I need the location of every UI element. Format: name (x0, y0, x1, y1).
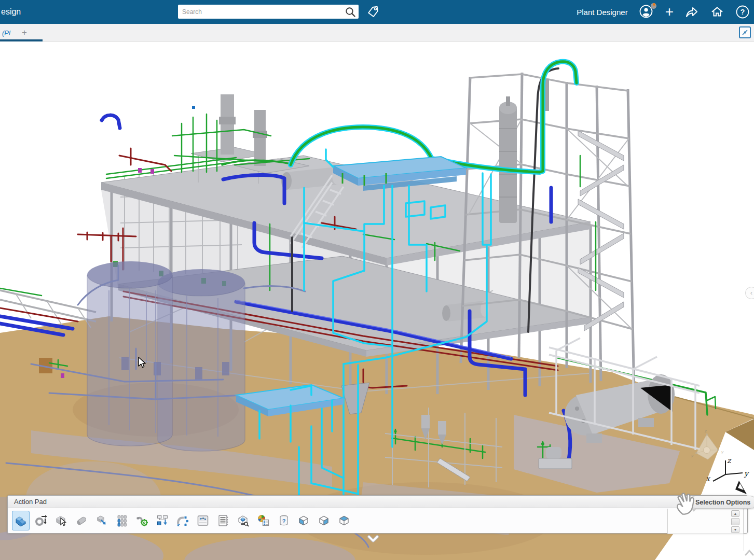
tool-pick-part-icon[interactable] (52, 511, 70, 530)
tool-insert-part-icon[interactable] (93, 511, 111, 530)
gizmo-z-label: z (704, 429, 707, 433)
tag-icon[interactable] (366, 5, 380, 19)
help-icon[interactable]: ? (735, 5, 750, 19)
tool-view-left-face-icon[interactable] (295, 511, 313, 530)
tool-evaluation-report-icon[interactable] (255, 511, 272, 530)
tool-3d-solid-select-icon[interactable] (12, 511, 30, 530)
tool-frame-view-icon[interactable] (194, 511, 212, 530)
product-name-label: Plant Designer (577, 8, 627, 17)
tool-move-rotate-icon[interactable] (32, 511, 50, 530)
svg-text:?: ? (282, 518, 286, 524)
collapse-arrows-icon (741, 29, 749, 36)
search-input[interactable] (178, 8, 344, 16)
axis-z-label: z (727, 456, 732, 465)
document-tab-bar: (Pl + (0, 24, 754, 41)
tool-import-structure-icon[interactable] (154, 511, 171, 530)
axis-y-label: y (744, 469, 749, 478)
restore-window-button[interactable] (739, 26, 751, 38)
viewport-3d-canvas[interactable]: z x y z y x (0, 0, 754, 560)
axis-x-label: x (706, 474, 711, 483)
action-pad-toolbar: ? (8, 508, 747, 533)
share-icon[interactable] (684, 5, 699, 19)
selection-options-button[interactable]: Selection Options (689, 496, 754, 509)
home-icon[interactable] (710, 5, 724, 19)
global-search[interactable] (178, 5, 359, 19)
side-panel-flyout-button[interactable]: ‹ (745, 287, 754, 299)
tool-part-catalog-icon[interactable] (113, 511, 131, 530)
selection-options-label: Selection Options (695, 499, 750, 506)
tab-label: (Pl (0, 29, 10, 37)
scroll-up-button[interactable]: ▲ (731, 510, 739, 517)
mouse-cursor (138, 357, 148, 369)
action-pad-panel[interactable]: Action Pad (7, 495, 748, 534)
user-avatar-button[interactable] (639, 4, 654, 20)
notification-badge (650, 3, 657, 9)
svg-text:?: ? (741, 8, 745, 16)
tool-pipe-routing-icon[interactable] (174, 511, 191, 530)
new-tab-button[interactable]: + (19, 26, 30, 39)
tool-view-top-face-icon[interactable] (336, 511, 353, 530)
gizmo-y-label: y (721, 450, 724, 454)
tool-model-preview-icon[interactable] (235, 511, 252, 530)
expand-panel-chevron-icon[interactable] (366, 535, 380, 543)
add-button[interactable]: + (665, 5, 674, 19)
selection-options-scrollbar[interactable]: ▲ ▼ (731, 510, 740, 533)
app-title: esign (1, 7, 21, 17)
action-pad-title[interactable]: Action Pad (8, 496, 747, 508)
tool-pipe-segment-icon[interactable] (73, 511, 90, 530)
tool-report-list-icon[interactable] (214, 511, 232, 530)
search-icon[interactable] (344, 6, 357, 18)
tool-valve-settings-icon[interactable] (133, 511, 151, 530)
corner-chevron-up-icon[interactable] (744, 549, 754, 557)
scroll-thumb[interactable] (731, 518, 739, 525)
tool-query-object-icon[interactable]: ? (275, 511, 293, 530)
compass-needle (735, 481, 747, 494)
tool-view-right-face-icon[interactable] (316, 511, 333, 530)
scroll-down-button[interactable]: ▼ (731, 526, 739, 533)
active-tab-indicator (0, 39, 43, 41)
top-application-bar: esign Plant Designer + (0, 0, 754, 24)
